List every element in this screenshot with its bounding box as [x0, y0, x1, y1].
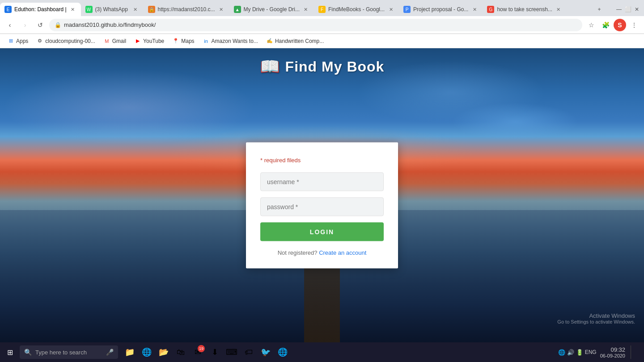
browser-chrome: E Eduthon: Dashboard | ✕ W (3) WhatsApp … — [0, 0, 644, 48]
tab-label: how to take screensh... — [497, 6, 552, 13]
tab-close-button[interactable]: ✕ — [218, 6, 225, 13]
login-card: * required fileds LOGIN Not registered? … — [246, 143, 398, 269]
bookmark-star[interactable]: ☆ — [585, 19, 597, 31]
bookmark-item[interactable]: ▶ YouTube — [131, 36, 168, 46]
profile-avatar[interactable]: S — [614, 19, 626, 31]
address-bar[interactable]: 🔒 madanst2010.github.io/findmybook/ — [49, 19, 582, 31]
taskbar-app-downloads[interactable]: ⬇ — [207, 344, 223, 360]
username-input[interactable] — [260, 173, 384, 191]
restore-button[interactable]: ⬜ — [624, 6, 631, 13]
chrome-icon: 🌐 — [278, 347, 288, 357]
bookmark-label: Gmail — [112, 38, 126, 44]
tab-favicon: E — [4, 6, 12, 13]
taskbar-app-edge[interactable]: 🌐 — [139, 344, 155, 360]
taskbar-app-store[interactable]: 🛍 — [173, 344, 189, 360]
tab-label: My Drive - Google Dri... — [244, 6, 300, 13]
bookmark-item[interactable]: M Gmail — [100, 36, 130, 46]
app8-icon: 🐦 — [261, 347, 271, 357]
taskbar-search-placeholder: Type here to search — [35, 349, 87, 356]
tab-close-button[interactable]: ✕ — [387, 6, 394, 13]
back-button[interactable]: ‹ — [4, 19, 16, 31]
password-input[interactable] — [260, 198, 384, 216]
taskbar-items: 📁🌐📂🛍✉19⬇⌨🏷🐦🌐 — [118, 342, 294, 362]
bookmark-label: YouTube — [143, 38, 164, 44]
taskbar-right: 🌐 🔊 🔋 ENG 09:32 06-09-2020 — [558, 345, 644, 359]
file-manager-icon: 📂 — [159, 347, 169, 357]
bookmark-favicon: ⚙ — [36, 38, 43, 45]
reload-button[interactable]: ↺ — [34, 19, 47, 31]
bookmark-label: Apps — [16, 38, 28, 44]
clock-date: 06-09-2020 — [600, 353, 625, 358]
watermark-line2: Go to Settings to activate Windows. — [557, 319, 635, 324]
bookmark-label: cloudcomputing-00... — [45, 38, 95, 44]
url-text: madanst2010.github.io/findmybook/ — [64, 21, 156, 28]
bookmark-favicon: ▶ — [134, 38, 141, 45]
sound-icon[interactable]: 🔊 — [567, 349, 574, 356]
taskbar-app-vscode[interactable]: ⌨ — [224, 344, 240, 360]
bookmark-label: Handwritten Comp... — [275, 38, 324, 44]
tab-tab3[interactable]: 🔒 https://madanst2010.c... ✕ — [144, 3, 229, 16]
tab-label: (3) WhatsApp — [95, 6, 128, 13]
activate-watermark: Activate Windows Go to Settings to activ… — [557, 312, 635, 324]
taskbar-app-mail[interactable]: ✉19 — [190, 344, 206, 360]
tab-tab7[interactable]: G how to take screensh... ✕ — [483, 3, 566, 16]
tab-tab6[interactable]: P Project proposal - Go... ✕ — [399, 3, 483, 16]
tab-close-button[interactable]: ✕ — [555, 6, 562, 13]
login-button[interactable]: LOGIN — [260, 223, 384, 241]
bookmark-item[interactable]: ⚙ cloudcomputing-00... — [33, 36, 98, 46]
bookmarks-bar: ⊞ Apps ⚙ cloudcomputing-00... M Gmail ▶ … — [0, 34, 644, 48]
not-registered-text: Not registered? — [278, 249, 318, 256]
forward-button[interactable]: › — [19, 19, 31, 31]
tab-tab4[interactable]: ▲ My Drive - Google Dri... ✕ — [229, 3, 314, 16]
language-indicator: ENG — [585, 349, 597, 355]
close-button[interactable]: ✕ — [633, 6, 640, 13]
network-icon[interactable]: 🌐 — [558, 349, 565, 356]
start-button[interactable]: ⊞ — [0, 342, 20, 362]
bookmark-favicon: 📍 — [172, 38, 179, 45]
taskbar-app-app7[interactable]: 🏷 — [241, 344, 257, 360]
bookmark-item[interactable]: in Amazon Wants to... — [199, 36, 262, 46]
nav-right: ☆ 🧩 S ⋮ — [585, 19, 640, 31]
notification-panel[interactable] — [631, 345, 640, 359]
taskbar-app-chrome[interactable]: 🌐 — [275, 344, 291, 360]
app-logo-icon: 📖 — [260, 57, 280, 76]
tab-favicon: ▲ — [234, 6, 241, 13]
bookmark-favicon: in — [203, 38, 210, 45]
tab-close-button[interactable]: ✕ — [132, 6, 139, 13]
vscode-icon: ⌨ — [226, 347, 237, 357]
tab-tab5[interactable]: F FindMeBooks - Googl... ✕ — [314, 3, 399, 16]
create-account-link[interactable]: Create an account — [319, 249, 366, 256]
battery-icon[interactable]: 🔋 — [576, 349, 583, 356]
tab-close-button[interactable]: ✕ — [302, 6, 309, 13]
tab-close-button[interactable]: ✕ — [69, 6, 76, 13]
taskbar-app-file-manager[interactable]: 📂 — [156, 344, 172, 360]
menu-button[interactable]: ⋮ — [628, 19, 640, 31]
extensions-button[interactable]: 🧩 — [599, 19, 612, 31]
bookmark-item[interactable]: ✍ Handwritten Comp... — [263, 36, 327, 46]
page-content: 📖 Find My Book * required fileds LOGIN N… — [0, 48, 644, 342]
taskbar-app-file-explorer[interactable]: 📁 — [122, 344, 138, 360]
app-title: Find My Book — [285, 59, 385, 75]
bookmark-item[interactable]: 📍 Maps — [169, 36, 198, 46]
register-note: Not registered? Create an account — [260, 249, 384, 256]
file-explorer-icon: 📁 — [125, 347, 135, 357]
taskbar-app-app8[interactable]: 🐦 — [258, 344, 274, 360]
tab-tab1[interactable]: E Eduthon: Dashboard | ✕ — [0, 3, 81, 16]
taskbar-search-box[interactable]: 🔍 Type here to search 🎤 — [20, 345, 118, 359]
bookmark-item[interactable]: ⊞ Apps — [4, 36, 32, 46]
mail-badge: 19 — [198, 345, 205, 352]
minimize-button[interactable]: — — [615, 6, 623, 13]
new-tab-button[interactable]: + — [596, 6, 603, 13]
lock-icon: 🔒 — [55, 22, 61, 28]
tab-bar-actions: + — ⬜ ✕ — [596, 3, 644, 16]
tab-label: Project proposal - Go... — [413, 6, 468, 13]
bookmark-label: Amazon Wants to... — [212, 38, 258, 44]
tab-tab2[interactable]: W (3) WhatsApp ✕ — [81, 3, 144, 16]
sys-tray: 🌐 🔊 🔋 ENG — [558, 349, 597, 356]
tab-favicon: W — [85, 6, 93, 13]
tab-favicon: 🔒 — [148, 6, 155, 13]
tab-label: FindMeBooks - Googl... — [328, 6, 385, 13]
tab-close-button[interactable]: ✕ — [471, 6, 478, 13]
bookmark-favicon: ✍ — [266, 38, 273, 45]
watermark-line1: Activate Windows — [557, 312, 635, 319]
